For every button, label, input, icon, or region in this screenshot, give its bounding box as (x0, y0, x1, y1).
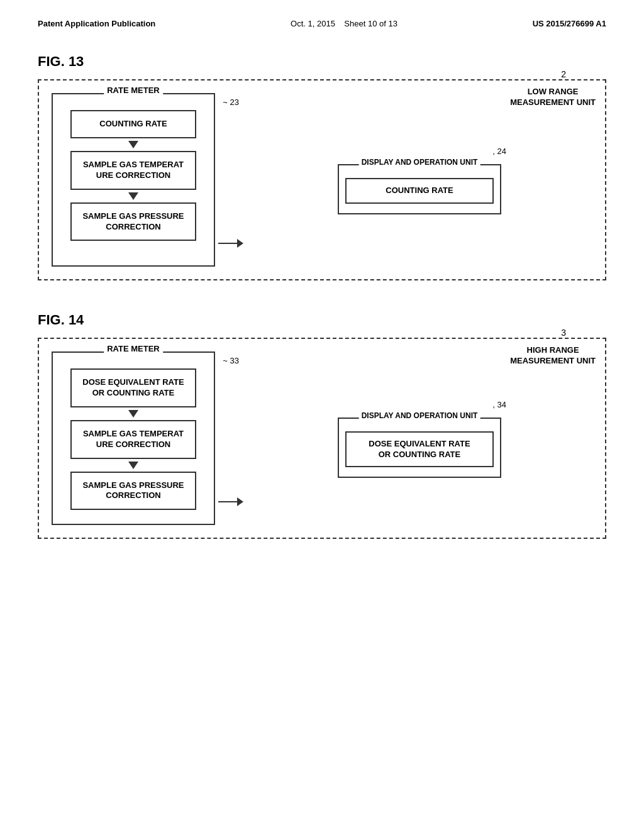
fig13-arrow-head (237, 239, 243, 248)
fig14-arrow2 (128, 462, 138, 469)
fig13-arrow-line (218, 243, 237, 244)
fig14-left-blocks: DOSE EQUIVALENT RATE OR COUNTING RATE SA… (59, 368, 208, 510)
fig14-display-unit-label: DISPLAY AND OPERATION UNIT (359, 411, 480, 420)
fig14-block-temp-correction: SAMPLE GAS TEMPERAT URE CORRECTION (70, 420, 196, 459)
fig14-arrow-head (237, 497, 243, 506)
fig13-display-unit-label: DISPLAY AND OPERATION UNIT (359, 158, 480, 167)
fig13-meter-id: ~ 23 (223, 97, 239, 107)
figure-13-section: FIG. 13 2 LOW RANGE MEASUREMENT UNIT RAT… (38, 53, 606, 280)
fig14-meter-id: ~ 33 (223, 356, 239, 365)
header-sheet: Sheet 10 of 13 (344, 19, 397, 28)
fig13-left-blocks: COUNTING RATE SAMPLE GAS TEMPERAT URE CO… (59, 110, 208, 241)
figure-14-section: FIG. 14 3 HIGH RANGE MEASUREMENT UNIT RA… (38, 312, 606, 539)
fig13-middle-arrow (215, 93, 247, 267)
fig13-rate-meter-box: RATE METER ~ 23 COUNTING RATE SAMPLE GAS… (52, 93, 215, 267)
fig13-label: FIG. 13 (38, 53, 606, 70)
page: Patent Application Publication Oct. 1, 2… (0, 0, 644, 830)
fig13-unit-number: 2 (560, 69, 567, 79)
header-publication-label: Patent Application Publication (38, 19, 155, 28)
header-center: Oct. 1, 2015 Sheet 10 of 13 (291, 19, 397, 28)
fig14-rate-meter-box: RATE METER ~ 33 DOSE EQUIVALENT RATE OR … (52, 351, 215, 525)
fig13-display-unit-box: , 24 DISPLAY AND OPERATION UNIT COUNTING… (338, 164, 501, 214)
fig13-block-temp-correction: SAMPLE GAS TEMPERAT URE CORRECTION (70, 151, 196, 190)
fig14-display-content: DOSE EQUIVALENT RATE OR COUNTING RATE (345, 431, 494, 468)
fig14-rate-meter-label: RATE METER (104, 344, 163, 353)
page-header: Patent Application Publication Oct. 1, 2… (38, 19, 606, 28)
fig14-display-unit-box: , 34 DISPLAY AND OPERATION UNIT DOSE EQU… (338, 418, 501, 479)
fig14-h-arrow (218, 497, 243, 506)
fig14-arrow-line (218, 501, 237, 502)
fig14-label: FIG. 14 (38, 312, 606, 328)
fig14-block-dose-rate: DOSE EQUIVALENT RATE OR COUNTING RATE (70, 368, 196, 407)
fig14-middle-arrow (215, 351, 247, 525)
fig13-h-arrow (218, 239, 243, 248)
fig14-arrow1 (128, 410, 138, 418)
fig13-display-unit-id: , 24 (492, 147, 506, 156)
fig14-display-unit-id: , 34 (492, 400, 506, 409)
fig14-block-pressure-correction: SAMPLE GAS PRESSURE CORRECTION (70, 472, 196, 511)
fig13-block-counting-rate: COUNTING RATE (70, 110, 196, 138)
fig13-rate-meter-label: RATE METER (104, 86, 163, 95)
header-patent-number: US 2015/276699 A1 (533, 19, 606, 28)
fig13-right-column: , 24 DISPLAY AND OPERATION UNIT COUNTING… (247, 93, 592, 267)
fig14-right-column: , 34 DISPLAY AND OPERATION UNIT DOSE EQU… (247, 351, 592, 525)
fig13-arrow1 (128, 141, 138, 148)
fig13-display-content: COUNTING RATE (345, 178, 494, 204)
fig14-outer-box: 3 HIGH RANGE MEASUREMENT UNIT RATE METER… (38, 338, 606, 539)
fig14-unit-number: 3 (560, 328, 567, 338)
header-date: Oct. 1, 2015 (291, 19, 335, 28)
fig13-arrow2 (128, 192, 138, 200)
fig13-block-pressure-correction: SAMPLE GAS PRESSURE CORRECTION (70, 202, 196, 241)
fig13-outer-box: 2 LOW RANGE MEASUREMENT UNIT RATE METER … (38, 79, 606, 280)
